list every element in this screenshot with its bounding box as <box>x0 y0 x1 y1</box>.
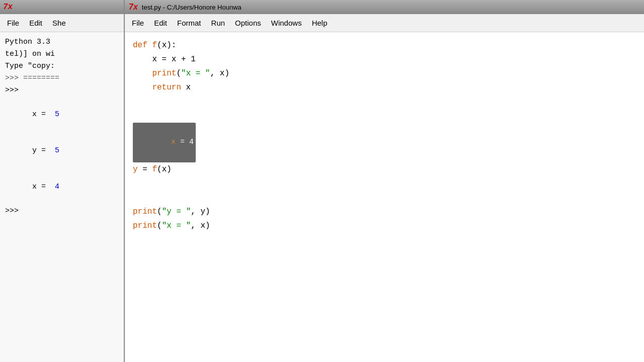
code-line-4: return x <box>133 80 636 95</box>
shell-icon: 7x <box>3 3 13 12</box>
code-line-6: y = f(x) <box>133 162 636 176</box>
code-line-1: def f(x): <box>133 38 636 52</box>
shell-output-y1: y = 5 <box>5 133 119 169</box>
shell-content: Python 3.3 tel)] on wi Type "copy: >>> =… <box>0 32 124 362</box>
shell-menubar[interactable]: File Edit She <box>0 14 124 32</box>
code-empty-1 <box>133 95 636 109</box>
code-empty-3 <box>133 176 636 191</box>
code-line-7: print("y = ", y) <box>133 205 636 219</box>
editor-menu-run[interactable]: Run <box>206 17 230 29</box>
shell-title-bar: 7x <box>0 0 124 14</box>
shell-info-1: Python 3.3 <box>5 36 119 48</box>
editor-menu-file[interactable]: File <box>127 17 149 29</box>
editor-icon: 7x <box>129 3 138 12</box>
editor-title-text: test.py - C:/Users/Honore Hounwa <box>142 4 242 11</box>
editor-menu-help[interactable]: Help <box>307 17 333 29</box>
tooltip-x-equals-4: x = 4 <box>133 123 196 162</box>
editor-menu-windows[interactable]: Windows <box>266 17 307 29</box>
shell-separator: >>> ======== <box>5 72 119 84</box>
editor-content[interactable]: def f(x): x = x + 1 print("x = ", x) ret… <box>125 32 644 362</box>
code-line-5-selected: x = 4 <box>133 123 636 162</box>
editor-panel: 7x test.py - C:/Users/Honore Hounwa File… <box>125 0 644 362</box>
shell-prompt-1: >>> <box>5 84 119 97</box>
code-empty-4 <box>133 191 636 205</box>
code-line-8: print("x = ", x) <box>133 219 636 233</box>
code-line-3: print("x = ", x) <box>133 66 636 80</box>
shell-prompt-2: >>> <box>5 205 119 217</box>
shell-output-x1: x = 5 <box>5 97 119 133</box>
editor-menu-format[interactable]: Format <box>172 17 206 29</box>
shell-menu-file[interactable]: File <box>2 17 24 29</box>
editor-menu-edit[interactable]: Edit <box>149 17 172 29</box>
shell-menu-she[interactable]: She <box>47 17 71 29</box>
editor-menubar[interactable]: File Edit Format Run Options Windows Hel… <box>125 14 644 32</box>
code-empty-2 <box>133 109 636 123</box>
shell-panel: 7x File Edit She Python 3.3 tel)] on wi … <box>0 0 125 362</box>
shell-info-2: tel)] on wi <box>5 48 119 60</box>
shell-info-3: Type "copy: <box>5 60 119 72</box>
shell-output-x2: x = 4 <box>5 169 119 205</box>
editor-title-bar: 7x test.py - C:/Users/Honore Hounwa <box>125 0 644 14</box>
code-line-2: x = x + 1 <box>133 52 636 66</box>
editor-menu-options[interactable]: Options <box>230 17 266 29</box>
shell-menu-edit[interactable]: Edit <box>24 17 47 29</box>
